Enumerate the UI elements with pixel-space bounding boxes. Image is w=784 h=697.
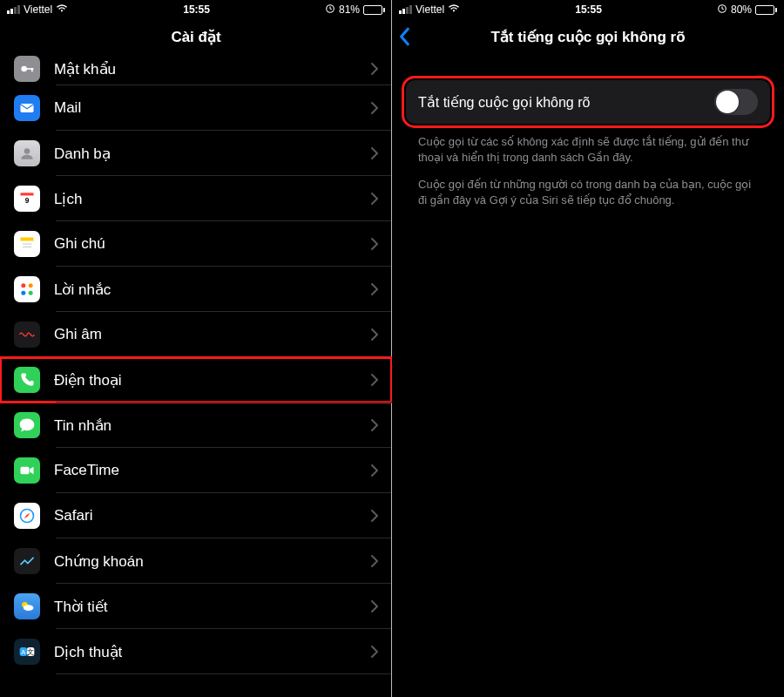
svg-point-16	[29, 291, 33, 295]
svg-point-15	[21, 291, 25, 295]
chevron-right-icon	[371, 646, 378, 658]
description-line-2: Cuộc gọi đến từ những người có trong dan…	[418, 177, 758, 207]
phone-right-silence-unknown: Viettel 15:55 80% Tắt tiếng cuộc gọi khô…	[392, 0, 784, 697]
settings-row-safari[interactable]: Safari	[0, 493, 392, 538]
status-bar: Viettel 15:55 80%	[392, 0, 784, 17]
setting-description: Cuộc gọi từ các số không xác định sẽ đượ…	[392, 131, 784, 207]
phone-left-settings: Viettel 15:55 81% Cài đặt Mật khẩuMailDa…	[0, 0, 392, 697]
settings-row-notes[interactable]: Ghi chú	[0, 221, 392, 267]
facetime-icon	[14, 457, 40, 484]
battery-icon	[363, 5, 385, 15]
row-label: Ghi âm	[54, 326, 371, 343]
rotation-lock-icon	[717, 3, 727, 17]
page-title: Cài đặt	[171, 28, 220, 46]
svg-text:A: A	[21, 648, 25, 656]
voicememos-icon	[14, 321, 40, 348]
settings-row-facetime[interactable]: FaceTime	[0, 448, 392, 493]
carrier-label: Viettel	[24, 3, 52, 16]
row-label: Tin nhắn	[54, 416, 371, 435]
row-label: Mail	[54, 99, 371, 117]
row-label: Thời tiết	[54, 598, 371, 616]
svg-rect-9	[21, 238, 34, 241]
settings-list[interactable]: Mật khẩuMailDanh bạ9LịchGhi chúLời nhắcG…	[0, 52, 392, 674]
battery-pct-label: 80%	[731, 3, 752, 16]
settings-row-calendar[interactable]: 9Lịch	[0, 176, 392, 221]
chevron-right-icon	[371, 419, 378, 431]
settings-row-messages[interactable]: Tin nhắn	[0, 403, 392, 448]
chevron-right-icon	[371, 328, 378, 341]
translate-icon: A文	[14, 639, 40, 665]
silence-unknown-callers-switch[interactable]	[714, 89, 758, 115]
chevron-right-icon	[371, 510, 378, 522]
silence-unknown-callers-group: Tắt tiếng cuộc gọi không rõ	[406, 80, 770, 124]
rotation-lock-icon	[325, 3, 335, 17]
svg-rect-4	[21, 104, 34, 112]
row-label: Dịch thuật	[54, 643, 371, 661]
settings-row-phone[interactable]: Điện thoại	[0, 357, 392, 403]
settings-row-mail[interactable]: Mail	[0, 85, 392, 131]
chevron-right-icon	[371, 374, 378, 386]
row-label: Ghi chú	[54, 235, 371, 253]
wifi-icon	[56, 3, 68, 16]
svg-point-26	[24, 605, 34, 611]
clock-label: 15:55	[183, 3, 210, 16]
row-label: Chứng khoán	[54, 552, 371, 571]
settings-row-passwords[interactable]: Mật khẩu	[0, 52, 392, 85]
contacts-icon	[14, 140, 40, 166]
row-label: Safari	[54, 507, 371, 524]
row-label: Lời nhắc	[54, 281, 371, 299]
svg-text:9: 9	[25, 196, 30, 205]
description-line-1: Cuộc gọi từ các số không xác định sẽ đượ…	[418, 134, 758, 165]
battery-pct-label: 81%	[339, 3, 360, 16]
row-label: Mật khẩu	[54, 60, 371, 78]
chevron-right-icon	[371, 147, 378, 159]
svg-rect-3	[31, 68, 33, 71]
messages-icon	[14, 412, 40, 438]
nav-bar: Tắt tiếng cuộc gọi không rõ	[392, 17, 784, 56]
switch-knob	[716, 91, 739, 113]
chevron-right-icon	[371, 63, 378, 75]
status-bar: Viettel 15:55 81%	[0, 0, 392, 17]
settings-row-translate[interactable]: A文Dịch thuật	[0, 629, 392, 674]
silence-unknown-callers-row[interactable]: Tắt tiếng cuộc gọi không rõ	[406, 80, 770, 124]
toggle-label: Tắt tiếng cuộc gọi không rõ	[418, 94, 714, 111]
svg-rect-6	[21, 193, 34, 195]
settings-row-contacts[interactable]: Danh bạ	[0, 131, 392, 176]
row-label: FaceTime	[54, 462, 371, 479]
clock-label: 15:55	[575, 3, 602, 16]
chevron-right-icon	[371, 283, 378, 295]
battery-icon	[755, 5, 777, 15]
svg-marker-18	[30, 467, 33, 474]
calendar-icon: 9	[14, 186, 40, 212]
safari-icon	[14, 503, 40, 529]
stocks-icon	[14, 548, 40, 574]
chevron-right-icon	[371, 102, 378, 114]
carrier-label: Viettel	[416, 3, 444, 16]
svg-point-1	[21, 66, 27, 72]
chevron-right-icon	[371, 238, 378, 250]
cellular-signal-icon	[7, 5, 20, 14]
cellular-signal-icon	[399, 5, 412, 14]
wifi-icon	[448, 3, 460, 16]
chevron-right-icon	[371, 555, 378, 567]
back-button[interactable]	[399, 17, 411, 56]
svg-point-14	[29, 283, 33, 288]
page-title: Tắt tiếng cuộc gọi không rõ	[490, 28, 685, 46]
settings-row-voicememos[interactable]: Ghi âm	[0, 312, 392, 357]
reminders-icon	[14, 276, 40, 302]
settings-row-weather[interactable]: Thời tiết	[0, 584, 392, 629]
nav-bar: Cài đặt	[0, 17, 392, 56]
svg-rect-10	[21, 241, 34, 251]
svg-point-13	[21, 283, 25, 288]
row-label: Điện thoại	[54, 371, 371, 389]
row-label: Lịch	[54, 190, 371, 208]
weather-icon	[14, 593, 40, 619]
settings-row-stocks[interactable]: Chứng khoán	[0, 538, 392, 584]
settings-row-reminders[interactable]: Lời nhắc	[0, 267, 392, 312]
key-icon	[14, 56, 40, 82]
svg-text:文: 文	[27, 648, 34, 656]
chevron-right-icon	[371, 464, 378, 477]
chevron-right-icon	[371, 600, 378, 612]
mail-icon	[14, 95, 40, 121]
phone-icon	[14, 367, 40, 393]
